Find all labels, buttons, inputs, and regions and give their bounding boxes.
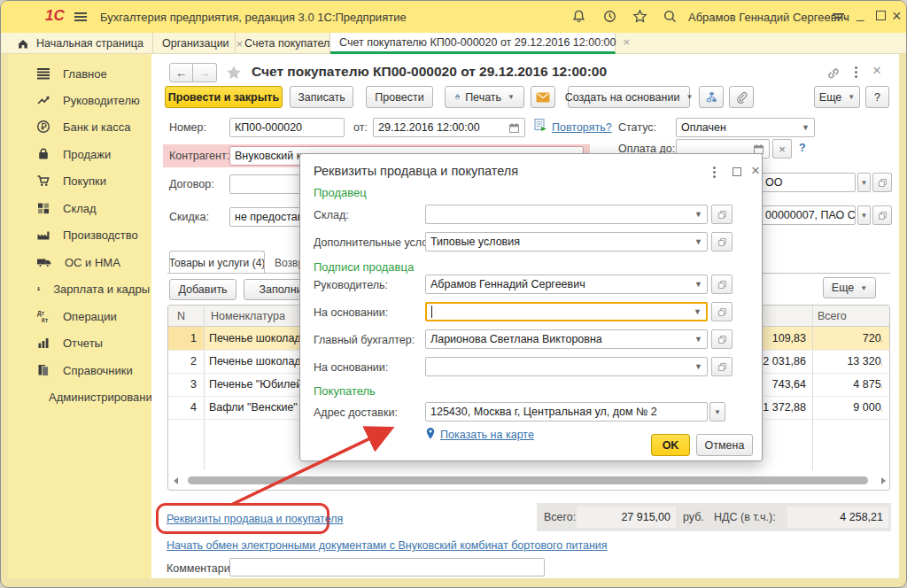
favorite-star-icon[interactable] <box>225 64 243 81</box>
print-button[interactable]: Печать▼ <box>445 86 524 108</box>
conditions-field[interactable]: Типовые условия▼ <box>425 232 708 251</box>
ok-button[interactable]: OK <box>651 434 690 456</box>
col-header-n[interactable]: N <box>177 310 185 322</box>
sidebar-item-directories[interactable]: Справочники <box>17 358 150 383</box>
maximize-icon[interactable] <box>876 11 886 20</box>
bank-account-open-button[interactable] <box>872 205 892 225</box>
back-button[interactable]: ← <box>169 63 193 82</box>
form-close-icon[interactable]: × <box>872 62 881 80</box>
row-total-clip: 9 000,00 <box>815 401 882 414</box>
minimize-icon[interactable]: _ <box>857 6 864 21</box>
sidebar-item-fixed-assets[interactable]: ОС и НМА <box>17 250 150 275</box>
get-link-icon[interactable] <box>826 66 841 81</box>
chevron-down-icon[interactable]: ▼ <box>691 210 702 219</box>
register-records-icon[interactable] <box>533 118 548 132</box>
warehouse-open-button[interactable] <box>711 205 733 224</box>
organization-open-button[interactable] <box>872 173 892 192</box>
sidebar-item-salary-hr[interactable]: Зарплата и кадры <box>17 276 150 301</box>
comment-input[interactable] <box>229 558 545 576</box>
table-more-button[interactable]: Еще▼ <box>823 277 876 298</box>
help-button[interactable]: ? <box>865 86 889 108</box>
horizontal-scrollbar[interactable] <box>172 475 886 486</box>
structure-button[interactable] <box>699 86 724 108</box>
write-button[interactable]: Записать <box>290 86 353 108</box>
number-field[interactable]: КП00-000020 <box>229 118 345 137</box>
sidebar-item-bank-cash[interactable]: Банк и касса <box>17 114 150 139</box>
sidebar-item-reports[interactable]: Отчеты <box>17 330 150 355</box>
chevron-down-icon[interactable]: ▼ <box>691 280 702 289</box>
address-field[interactable]: 125430, Москва г, Центральная ул, дом № … <box>425 402 708 422</box>
warehouse-field[interactable]: ▼ <box>425 205 708 224</box>
barchart-icon <box>36 336 50 350</box>
tab-customer-invoices[interactable]: Счета покупателям× <box>236 33 330 54</box>
tab-organizations[interactable]: Организации× <box>153 33 236 54</box>
date-field[interactable]: 29.12.2016 12:00:00 <box>373 118 525 137</box>
chevron-down-icon[interactable]: ▼ <box>690 307 702 316</box>
add-row-button[interactable]: Добавить <box>169 279 236 300</box>
favorites-star-icon[interactable] <box>632 9 647 24</box>
pay-until-help-link[interactable]: ? <box>799 142 806 154</box>
scrollbar-thumb[interactable] <box>188 476 868 484</box>
create-on-base-button[interactable]: Создать на основании▼ <box>568 86 690 108</box>
dialog-close-icon[interactable]: × <box>751 162 760 180</box>
show-on-map-link[interactable]: Показать на карте <box>440 429 534 441</box>
sidebar-item-administration[interactable]: Администрирование <box>17 384 150 409</box>
post-button[interactable]: Провести <box>366 86 433 108</box>
chevron-down-icon[interactable]: ▼ <box>691 362 702 371</box>
form-more-button[interactable]: Еще▼ <box>814 86 860 108</box>
form-more-icon[interactable] <box>855 66 857 78</box>
head-open-button[interactable] <box>711 275 733 294</box>
sidebar-item-sales[interactable]: Продажи <box>17 142 150 166</box>
scroll-right-icon[interactable] <box>881 477 886 484</box>
cancel-button[interactable]: Отмена <box>696 434 753 456</box>
sidebar-item-warehouse[interactable]: Склад <box>17 196 150 220</box>
calendar-icon[interactable] <box>508 122 520 134</box>
edi-exchange-link[interactable]: Начать обмен электронными документами с … <box>167 539 608 552</box>
open-form-icon <box>878 211 888 220</box>
scroll-left-icon[interactable] <box>174 477 178 484</box>
dialog-maximize-icon[interactable] <box>733 167 741 176</box>
chevron-down-icon[interactable]: ▼ <box>691 237 702 246</box>
search-icon[interactable] <box>663 9 678 24</box>
history-icon[interactable] <box>602 9 617 24</box>
basis1-open-button[interactable] <box>711 302 733 321</box>
current-user[interactable]: Абрамов Геннадий Сергеевич <box>688 11 849 24</box>
conditions-open-button[interactable] <box>711 232 733 251</box>
email-button[interactable] <box>531 86 555 108</box>
tab-close-icon[interactable]: × <box>624 35 631 49</box>
tab-invoice-document[interactable]: Счет покупателю КП00-000020 от 29.12.201… <box>330 33 616 54</box>
address-dropdown-button[interactable]: ▼ <box>709 402 725 422</box>
dialog-more-icon[interactable] <box>713 166 716 178</box>
status-select[interactable]: Оплачен▼ <box>676 118 815 137</box>
envelope-icon <box>536 92 550 103</box>
basis2-open-button[interactable] <box>711 357 733 376</box>
tab-home[interactable]: Начальная страница <box>8 33 153 54</box>
sidebar-item-purchases[interactable]: Покупки <box>17 168 150 193</box>
clear-date-button[interactable]: × <box>772 139 792 159</box>
sidebar-item-manager[interactable]: Руководителю <box>17 88 150 112</box>
window-close-icon[interactable]: × <box>892 8 902 24</box>
forward-button[interactable]: → <box>193 63 217 82</box>
seller-buyer-details-link[interactable]: Реквизиты продавца и покупателя <box>167 513 343 525</box>
basis1-field-focused[interactable]: ▼ <box>425 302 708 321</box>
sidebar-item-production[interactable]: Производство <box>17 222 150 247</box>
repeat-link[interactable]: Повторять? <box>552 121 612 134</box>
col-header-nomenclature[interactable]: Номенклатура <box>211 310 285 322</box>
main-menu-icon[interactable] <box>74 11 88 23</box>
tab-goods-services[interactable]: Товары и услуги (4) <box>169 251 265 274</box>
notifications-bell-icon[interactable] <box>571 9 586 24</box>
accountant-field[interactable]: Ларионова Светлана Викторовна▼ <box>425 329 708 349</box>
attachments-button[interactable] <box>729 86 754 108</box>
head-field[interactable]: Абрамов Геннадий Сергеевич▼ <box>425 275 708 294</box>
accountant-open-button[interactable] <box>711 329 733 349</box>
bank-account-dropdown-button[interactable]: ▼ <box>857 205 871 225</box>
chevron-down-icon[interactable]: ▼ <box>691 335 702 344</box>
user-settings-icon[interactable] <box>832 11 848 23</box>
basis2-field[interactable]: ▼ <box>425 357 708 376</box>
post-and-close-button[interactable]: Провести и закрыть <box>165 86 283 108</box>
organization-dropdown-button[interactable]: ▼ <box>857 173 871 192</box>
sidebar-item-main[interactable]: Главное <box>17 61 150 86</box>
sidebar-item-operations[interactable]: ДтКт Операции <box>17 304 150 329</box>
col-header-total[interactable]: Всего <box>818 310 847 322</box>
chevron-down-icon[interactable]: ▼ <box>798 123 810 132</box>
